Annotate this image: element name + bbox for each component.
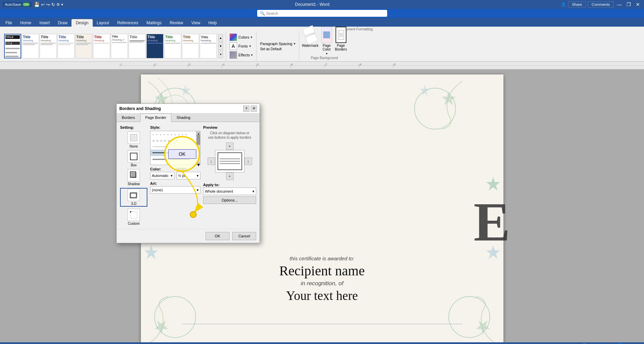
svg-marker-22 [180, 85, 190, 96]
setting-none-icon [128, 132, 140, 144]
setting-custom[interactable]: Custom [120, 209, 147, 225]
setting-none[interactable]: None [120, 132, 147, 148]
status-bar: Page 1 of 1 0 words English (United Stat… [0, 342, 644, 344]
ok-button-bottom[interactable]: OK [206, 232, 229, 240]
dialog-tab-borders[interactable]: Borders [117, 113, 140, 122]
theme-item-10[interactable]: Title Heading [164, 34, 181, 58]
color-select[interactable]: Automatic ▾ [150, 172, 174, 179]
tab-home[interactable]: Home [16, 19, 35, 27]
repeat-btn[interactable]: ↻ [51, 2, 55, 7]
theme-item-11[interactable]: Title Heading [182, 34, 199, 58]
setting-shadow[interactable]: Shadow [120, 169, 147, 186]
apply-select[interactable]: Whole document ▾ [203, 188, 256, 195]
effects-btn[interactable]: Effects ▾ [229, 51, 253, 59]
svg-text:1: 1 [120, 63, 122, 66]
dialog-close-btn[interactable]: ✕ [251, 106, 257, 112]
ok-circle[interactable]: OK [164, 136, 200, 172]
page-color-btn[interactable]: PageColor ▾ [321, 27, 332, 55]
theme-item-1[interactable]: TITLE TITLE [4, 34, 21, 58]
restore-btn[interactable]: ❐ [625, 2, 632, 7]
cancel-button[interactable]: Cancel [232, 232, 256, 240]
width-select[interactable]: ½ pt ▾ [176, 172, 201, 179]
tab-design[interactable]: Design [71, 19, 92, 27]
tab-file[interactable]: File [1, 19, 16, 27]
gallery-more[interactable]: ▾ [218, 51, 223, 58]
dialog: Borders and Shading ? ✕ Borders Page Bor… [116, 104, 260, 243]
apply-section: Apply to: Whole document ▾ Options... [203, 183, 256, 204]
tab-draw[interactable]: Draw [54, 19, 71, 27]
set-default-btn[interactable]: Set as Default [260, 47, 295, 51]
ribbon-tabs: File Home Insert Draw Design Layout Refe… [0, 18, 644, 27]
setting-none-label: None [130, 145, 138, 148]
tab-insert[interactable]: Insert [35, 19, 54, 27]
search-bar: 🔍 [0, 9, 644, 18]
minimize-btn[interactable]: — [616, 2, 623, 7]
tab-view[interactable]: View [187, 19, 205, 27]
svg-text:9: 9 [394, 63, 396, 66]
theme-item-4[interactable]: Title Heading [57, 34, 75, 58]
svg-text:4: 4 [223, 63, 225, 66]
setting-box-label: Box [131, 163, 136, 167]
ok-btn-inside[interactable]: OK [168, 149, 196, 159]
theme-item-6[interactable]: Title Heading [93, 34, 110, 58]
scroll-up-btn[interactable]: ▲ [197, 132, 200, 134]
setting-custom-label: Custom [128, 222, 140, 225]
colors-label: Colors [238, 35, 249, 39]
dialog-tabs: Borders Page Border Shading [117, 113, 260, 122]
colors-btn[interactable]: Colors ▾ [229, 33, 253, 41]
preview-btn-top[interactable]: ≡ [226, 142, 234, 150]
cert-recognition: in recognition, of [141, 280, 503, 287]
dialog-tab-page-border[interactable]: Page Border [140, 113, 172, 122]
theme-item-8[interactable]: Title [129, 34, 146, 58]
para-spacing-btn[interactable]: Paragraph Spacing ▾ [260, 42, 295, 46]
colors-arrow: ▾ [251, 36, 252, 39]
setting-3d[interactable]: 3-D [120, 188, 147, 207]
watermark-btn[interactable]: WTRM Watermark [302, 27, 319, 47]
cert-letter-e: E [474, 191, 510, 254]
setting-label: Setting: [120, 125, 147, 129]
cert-recipient: Recipient name [141, 263, 503, 279]
ribbon-inner: TITLE TITLE Title Heading Title Heading … [0, 31, 644, 61]
options-btn[interactable]: Options... [203, 196, 256, 204]
theme-item-7[interactable]: Title Heading 2 [111, 34, 128, 58]
redo-btn[interactable]: ↪ [46, 2, 50, 7]
theme-item-2[interactable]: Title Heading [22, 34, 39, 58]
art-select[interactable]: (none) ▾ [150, 186, 200, 194]
comments-button[interactable]: Comments [588, 1, 614, 8]
tab-review[interactable]: Review [166, 19, 187, 27]
more-btn[interactable]: ▾ [61, 2, 63, 7]
tab-help[interactable]: Help [204, 19, 221, 27]
preview-btn-bottom[interactable]: ≡ [226, 173, 234, 180]
theme-item-12[interactable]: Title Heading [200, 34, 217, 58]
dialog-help-btn[interactable]: ? [243, 106, 249, 112]
search-input[interactable] [266, 11, 384, 15]
save-icon[interactable]: 💾 [34, 2, 40, 7]
theme-item-5[interactable]: Title Heading [75, 34, 92, 58]
preview-btn-right[interactable]: | [245, 157, 252, 165]
ruler-svg: 1 2 3 4 5 6 7 8 9 [120, 62, 644, 69]
page-borders-btn[interactable]: PageBorders [335, 27, 347, 51]
autosave-toggle[interactable]: AutoSave ON [3, 2, 32, 7]
share-button[interactable]: Share [568, 1, 586, 8]
setting-box[interactable]: Box [120, 150, 147, 167]
gallery-up[interactable]: ▲ [218, 34, 223, 42]
gallery-down[interactable]: ▼ [218, 42, 223, 50]
preview-btn-left[interactable]: | [208, 157, 215, 165]
undo-btn[interactable]: ↩ [41, 2, 45, 7]
tab-layout[interactable]: Layout [93, 19, 113, 27]
tab-references[interactable]: References [113, 19, 142, 27]
dialog-tab-shading[interactable]: Shading [171, 113, 195, 122]
theme-item-9[interactable]: Title Heading [146, 34, 163, 58]
ok-arrow-target [190, 211, 197, 218]
user-icon[interactable]: 👤 [561, 2, 566, 7]
close-btn[interactable]: ✕ [634, 2, 641, 7]
style-label: Style: [150, 125, 200, 129]
apply-label: Apply to: [203, 183, 256, 187]
customize-btn[interactable]: ⚙ [56, 2, 60, 7]
ribbon-content: Document Formatting TITLE TITLE Title He… [0, 27, 644, 62]
tab-mailings[interactable]: Mailings [142, 19, 166, 27]
search-wrap[interactable]: 🔍 [257, 10, 387, 17]
theme-item-3[interactable]: Title Heading [40, 34, 57, 58]
cert-main-text: Your text here [141, 288, 503, 303]
fonts-btn[interactable]: A Fonts ▾ [229, 42, 253, 50]
